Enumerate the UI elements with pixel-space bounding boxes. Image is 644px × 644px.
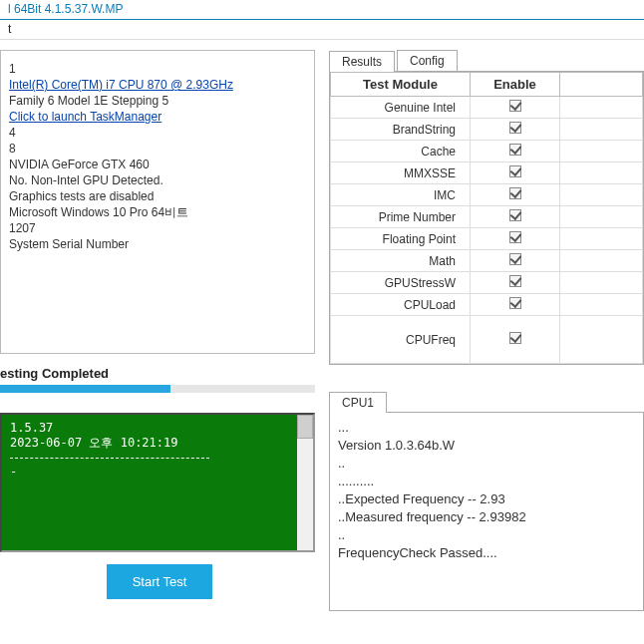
blank-cell [560,316,643,364]
cpu-line: ..Expected Frequency -- 2.93 [338,490,635,508]
table-row: Floating Point [331,228,643,250]
module-name-cell: Cache [331,141,471,162]
system-info-box: 1 Intel(R) Core(TM) i7 CPU 870 @ 2.93GHz… [0,50,315,354]
col-module: Test Module [331,73,471,97]
blank-cell [560,294,643,316]
enable-checkbox[interactable] [509,187,521,199]
cpu-line: ..Measured frequency -- 2.93982 [338,508,635,526]
cpu-line: .. [338,455,635,473]
enable-checkbox[interactable] [509,275,521,287]
module-name-cell: BrandString [331,119,471,141]
status-label: esting Completed [0,366,315,381]
module-name-cell: Floating Point [331,228,471,250]
table-row: Cache [331,141,643,162]
module-name-cell: CPULoad [331,294,471,316]
enable-checkbox[interactable] [509,165,521,177]
left-column: 1 Intel(R) Core(TM) i7 CPU 870 @ 2.93GHz… [0,40,319,644]
table-row: BrandString [331,119,643,141]
module-name-cell: GPUStressW [331,272,471,294]
tab-config[interactable]: Config [397,50,458,71]
module-enable-cell [471,272,560,294]
progress-fill [0,385,170,393]
scrollbar-thumb[interactable] [297,415,313,439]
status-area: esting Completed [0,366,315,399]
table-row: CPULoad [331,294,643,316]
table-row: Math [331,250,643,272]
info-line: No. Non-Intel GPU Detected. [9,172,306,188]
cpu-line: .......... [338,473,635,490]
blank-cell [560,250,643,272]
menu-fragment: t [0,20,644,40]
module-name-cell: IMC [331,184,471,206]
enable-checkbox[interactable] [509,144,521,156]
module-enable-cell [471,119,560,141]
blank-cell [560,119,643,141]
cpu-panel: CPU1 ... Version 1.0.3.64b.W .. ........… [329,381,644,611]
info-line: 1 [9,61,306,77]
enable-checkbox[interactable] [509,231,521,243]
module-enable-cell [471,141,560,162]
console-line: 1.5.37 [10,421,305,435]
console-output: 1.5.37 2023-06-07 오후 10:21:19 - [0,413,315,552]
module-enable-cell [471,162,560,184]
tab-cpu1[interactable]: CPU1 [329,392,387,413]
info-line: 1207 [9,220,306,236]
module-name-cell: Prime Number [331,206,471,228]
info-line: System Serial Number [9,236,306,252]
info-line: Graphics tests are disabled [9,188,306,204]
enable-checkbox[interactable] [509,209,521,221]
module-name-cell: Genuine Intel [331,97,471,119]
module-enable-cell [471,228,560,250]
col-blank [560,73,643,97]
module-enable-cell [471,316,560,364]
enable-checkbox[interactable] [509,100,521,112]
table-row: GPUStressW [331,272,643,294]
info-line: Microsoft Windows 10 Pro 64비트 [9,204,306,220]
start-test-button[interactable]: Start Test [107,564,213,599]
progress-bar [0,385,315,393]
cpu-line: Version 1.0.3.64b.W [338,437,635,455]
module-name-cell: CPUFreq [331,316,471,364]
module-enable-cell [471,97,560,119]
col-enable: Enable [471,73,560,97]
cpu-link[interactable]: Intel(R) Core(TM) i7 CPU 870 @ 2.93GHz [9,78,233,92]
tabstrip-cpu: CPU1 [329,391,644,412]
cpu-line: .. [338,526,635,544]
blank-cell [560,141,643,162]
module-enable-cell [471,250,560,272]
table-row: Genuine Intel [331,97,643,119]
right-column: Results Config Test Module Enable Genuin… [319,40,644,644]
console-scrollbar[interactable] [297,415,313,550]
module-enable-cell [471,206,560,228]
enable-checkbox[interactable] [509,253,521,265]
grid-header-row: Test Module Enable [331,73,643,97]
console-line: - [10,465,305,479]
tabstrip-top: Results Config [329,50,644,71]
module-enable-cell [471,184,560,206]
tab-results[interactable]: Results [329,51,395,72]
table-row: Prime Number [331,206,643,228]
blank-cell [560,97,643,119]
info-line: 8 [9,141,306,157]
module-enable-cell [471,294,560,316]
cpu-output: ... Version 1.0.3.64b.W .. .......... ..… [329,412,644,611]
console-line: 2023-06-07 오후 10:21:19 [10,435,305,452]
info-line: 4 [9,125,306,141]
taskmanager-link[interactable]: Click to launch TaskManager [9,110,161,124]
blank-cell [560,228,643,250]
enable-checkbox[interactable] [509,297,521,309]
blank-cell [560,272,643,294]
info-line: Family 6 Model 1E Stepping 5 [9,93,306,109]
button-row: Start Test [0,564,319,599]
enable-checkbox[interactable] [509,332,521,344]
module-name-cell: Math [331,250,471,272]
enable-checkbox[interactable] [509,122,521,134]
table-row: IMC [331,184,643,206]
window-title: l 64Bit 4.1.5.37.W.MP [0,0,644,20]
cpu-line: ... [338,419,635,437]
table-row: MMXSSE [331,162,643,184]
results-panel: Results Config Test Module Enable Genuin… [329,40,644,365]
console-divider [10,458,209,459]
test-modules-grid: Test Module Enable Genuine IntelBrandStr… [330,72,643,364]
blank-cell [560,184,643,206]
